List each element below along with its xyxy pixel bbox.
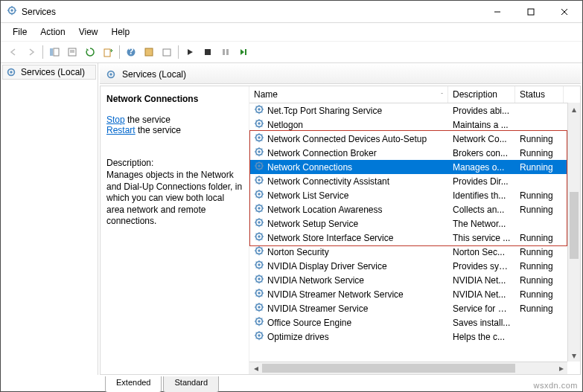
service-row[interactable]: Network Connected Devices Auto-SetupNetw…	[249, 132, 580, 146]
svg-line-186	[256, 324, 257, 324]
gear-icon	[254, 118, 264, 131]
menu-help[interactable]: Help	[106, 25, 136, 39]
column-description[interactable]: Description	[448, 86, 515, 103]
service-desc-cell: Norton Sec...	[448, 247, 515, 257]
service-row[interactable]: NVIDIA Network ServiceNVIDIA Net...Runni…	[249, 273, 580, 287]
maximize-button[interactable]	[514, 1, 547, 22]
menu-action[interactable]: Action	[34, 25, 71, 39]
service-row[interactable]: Norton SecurityNorton Sec...Running	[249, 245, 580, 259]
refresh-button[interactable]	[82, 44, 98, 60]
svg-line-105	[261, 211, 262, 211]
service-status-cell: Running	[515, 134, 564, 144]
service-row[interactable]: Network Connection BrokerBrokers con...R…	[249, 146, 580, 160]
service-desc-cell: This service ...	[448, 233, 515, 243]
toolbar-separator	[42, 45, 43, 59]
service-row[interactable]: Network List ServiceIdentifies th...Runn…	[249, 188, 580, 202]
service-row[interactable]: NetlogonMaintains a ...	[249, 118, 580, 132]
svg-rect-10	[50, 48, 53, 56]
svg-line-95	[261, 196, 262, 197]
service-row[interactable]: NVIDIA Display Driver ServiceProvides sy…	[249, 259, 580, 273]
service-name-cell: Network Location Awareness	[249, 203, 448, 216]
svg-rect-22	[226, 49, 229, 55]
svg-line-124	[256, 234, 257, 234]
service-status-cell: Running	[515, 275, 564, 286]
back-button[interactable]	[5, 44, 22, 60]
service-row[interactable]: Network Setup ServiceThe Networ...	[249, 216, 580, 231]
restart-service-link[interactable]: Restart	[106, 125, 136, 135]
svg-line-157	[261, 276, 262, 277]
service-name-cell: NVIDIA Network Service	[249, 274, 448, 286]
scroll-thumb[interactable]	[570, 192, 579, 259]
service-name-cell: Netlogon	[249, 118, 448, 131]
service-row[interactable]: Network Store Interface ServiceThis serv…	[249, 231, 580, 245]
description-text: Manages objects in the Network and Dial-…	[106, 170, 243, 228]
start-service-button[interactable]	[182, 44, 198, 60]
svg-line-195	[261, 338, 262, 338]
service-row[interactable]: NVIDIA Streamer Network ServiceNVIDIA Ne…	[249, 287, 580, 301]
service-name-cell: Network Connected Devices Auto-Setup	[249, 132, 448, 145]
service-desc-cell: Identifies th...	[448, 190, 515, 201]
scroll-up-arrow[interactable]: ▴	[568, 103, 580, 115]
toolbar-extra2-button[interactable]	[159, 44, 175, 60]
svg-line-127	[261, 234, 262, 234]
minimize-button[interactable]	[480, 1, 514, 22]
tab-extended[interactable]: Extended	[105, 376, 162, 392]
close-button[interactable]	[547, 1, 581, 22]
service-row[interactable]: Net.Tcp Port Sharing ServiceProvides abi…	[249, 103, 580, 118]
service-row[interactable]: Office Source EngineSaves install...	[249, 315, 580, 330]
tab-standard[interactable]: Standard	[163, 376, 219, 392]
service-status-cell: Running	[515, 303, 564, 314]
svg-line-77	[261, 163, 262, 164]
svg-line-94	[256, 191, 257, 192]
svg-line-34	[256, 106, 257, 107]
service-row[interactable]: NVIDIA Streamer ServiceService for S...R…	[249, 301, 580, 315]
gear-icon	[254, 260, 264, 272]
properties-button[interactable]	[64, 44, 80, 60]
svg-point-27	[109, 73, 112, 76]
svg-line-46	[256, 126, 257, 126]
help-button[interactable]: ?	[123, 44, 139, 60]
toolbar-extra-button[interactable]	[141, 44, 157, 60]
tree-node-label: Services (Local)	[21, 67, 85, 77]
svg-point-119	[258, 235, 261, 238]
restart-service-button[interactable]	[235, 44, 252, 60]
menu-file[interactable]: File	[7, 25, 33, 39]
gear-icon	[254, 161, 264, 173]
export-list-button[interactable]	[100, 44, 116, 60]
svg-line-104	[256, 205, 257, 206]
stop-service-line: Stop the service	[106, 115, 243, 125]
forward-button[interactable]	[23, 44, 39, 60]
menu-view[interactable]: View	[73, 25, 104, 39]
scroll-right-arrow[interactable]: ▸	[555, 362, 567, 374]
service-desc-cell: NVIDIA Net...	[448, 289, 515, 300]
svg-point-149	[258, 277, 261, 280]
stop-service-link[interactable]: Stop	[106, 115, 125, 125]
watermark: wsxdn.com	[533, 381, 578, 390]
pause-service-button[interactable]	[217, 44, 234, 60]
svg-line-175	[261, 309, 262, 310]
list-body[interactable]: Net.Tcp Port Sharing ServiceProvides abi…	[249, 103, 580, 374]
scroll-left-arrow[interactable]: ◂	[249, 362, 262, 374]
service-desc-cell: Saves install...	[448, 318, 515, 328]
toolbar-separator	[119, 45, 120, 59]
service-name-cell: Network List Service	[249, 189, 448, 202]
show-hide-tree-button[interactable]	[46, 44, 63, 60]
svg-line-75	[261, 168, 262, 169]
svg-rect-19	[163, 49, 171, 56]
service-row[interactable]: Network Connectivity AssistantProvides D…	[249, 174, 580, 188]
stop-service-button[interactable]	[200, 44, 216, 60]
scroll-thumb[interactable]	[262, 364, 515, 373]
svg-line-185	[261, 324, 262, 324]
column-name[interactable]: Nameˆ	[249, 86, 448, 103]
service-row[interactable]: Network ConnectionsManages o...Running	[249, 160, 580, 174]
svg-point-79	[258, 179, 261, 181]
column-status[interactable]: Status	[515, 86, 564, 103]
service-row[interactable]: Network Location AwarenessCollects an...…	[249, 202, 580, 216]
svg-rect-11	[54, 48, 59, 56]
service-row[interactable]: Optimize drivesHelps the c...	[249, 330, 580, 344]
svg-line-37	[261, 106, 262, 107]
horizontal-scrollbar[interactable]: ◂ ▸	[249, 362, 567, 374]
scroll-down-arrow[interactable]: ▾	[568, 349, 580, 362]
vertical-scrollbar[interactable]: ▴ ▾	[567, 103, 580, 362]
tree-node-services-local[interactable]: Services (Local)	[2, 65, 96, 80]
